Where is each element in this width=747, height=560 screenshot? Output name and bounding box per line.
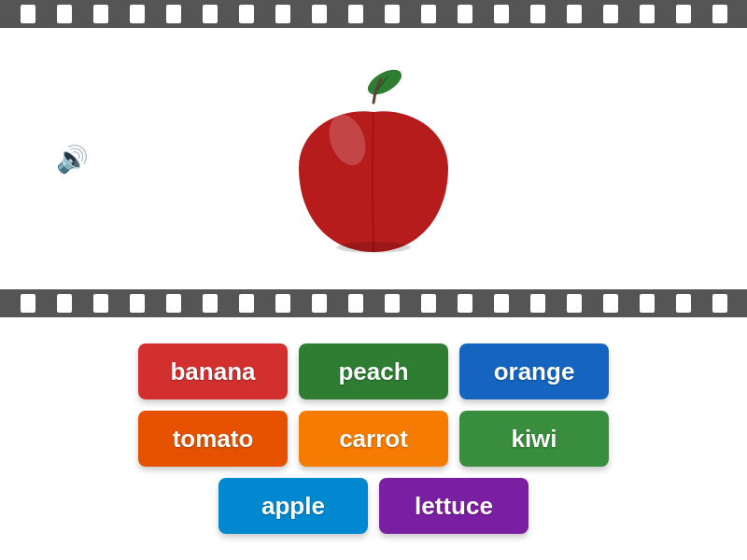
film-hole	[166, 294, 181, 313]
answer-button-orange[interactable]: orange	[459, 343, 609, 399]
answers-area: banana peach orange tomato carrot kiwi a…	[0, 317, 747, 560]
film-hole	[312, 294, 327, 313]
film-hole	[203, 294, 218, 313]
answer-button-peach[interactable]: peach	[299, 343, 448, 399]
film-hole	[239, 5, 254, 23]
film-hole	[93, 5, 108, 23]
film-hole	[421, 294, 436, 313]
answer-row-1: banana peach orange	[138, 343, 609, 399]
film-hole	[21, 294, 35, 313]
film-hole	[57, 5, 72, 23]
film-hole	[93, 294, 108, 313]
film-hole	[57, 294, 72, 313]
film-hole	[603, 5, 618, 23]
film-hole	[421, 5, 436, 23]
svg-point-0	[364, 64, 406, 99]
film-hole	[494, 294, 509, 313]
answer-button-kiwi[interactable]: kiwi	[459, 411, 609, 467]
film-strip-middle	[0, 289, 747, 317]
film-hole	[275, 294, 290, 313]
film-hole	[603, 294, 618, 313]
film-hole	[130, 294, 145, 313]
film-hole	[203, 5, 218, 23]
film-hole	[239, 294, 254, 313]
answer-button-tomato[interactable]: tomato	[138, 411, 288, 467]
answer-row-2: tomato carrot kiwi	[138, 411, 609, 467]
answer-button-banana[interactable]: banana	[138, 343, 288, 399]
sound-button[interactable]: 🔊	[56, 144, 89, 175]
film-hole	[348, 294, 363, 313]
film-hole	[712, 294, 727, 313]
film-hole	[676, 294, 691, 313]
film-hole	[567, 294, 582, 313]
film-hole	[275, 5, 290, 23]
film-hole	[166, 5, 181, 23]
film-hole	[640, 5, 655, 23]
film-hole	[21, 5, 35, 23]
film-hole	[530, 5, 545, 23]
answer-button-carrot[interactable]: carrot	[299, 411, 448, 467]
image-area: 🔊	[0, 28, 747, 289]
film-hole	[458, 5, 472, 23]
film-hole	[640, 294, 655, 313]
film-hole	[712, 5, 727, 23]
answer-row-3: apple lettuce	[218, 478, 529, 534]
film-hole	[567, 5, 582, 23]
film-strip-top	[0, 0, 747, 28]
answer-button-apple[interactable]: apple	[218, 478, 368, 534]
film-hole	[458, 294, 472, 313]
answer-button-lettuce[interactable]: lettuce	[379, 478, 529, 534]
film-hole	[348, 5, 363, 23]
film-hole	[312, 5, 327, 23]
svg-point-3	[336, 242, 411, 253]
film-hole	[130, 5, 145, 23]
film-hole	[676, 5, 691, 23]
film-hole	[385, 294, 400, 313]
apple-image	[280, 56, 467, 261]
film-hole	[385, 5, 400, 23]
film-hole	[494, 5, 509, 23]
film-hole	[530, 294, 545, 313]
